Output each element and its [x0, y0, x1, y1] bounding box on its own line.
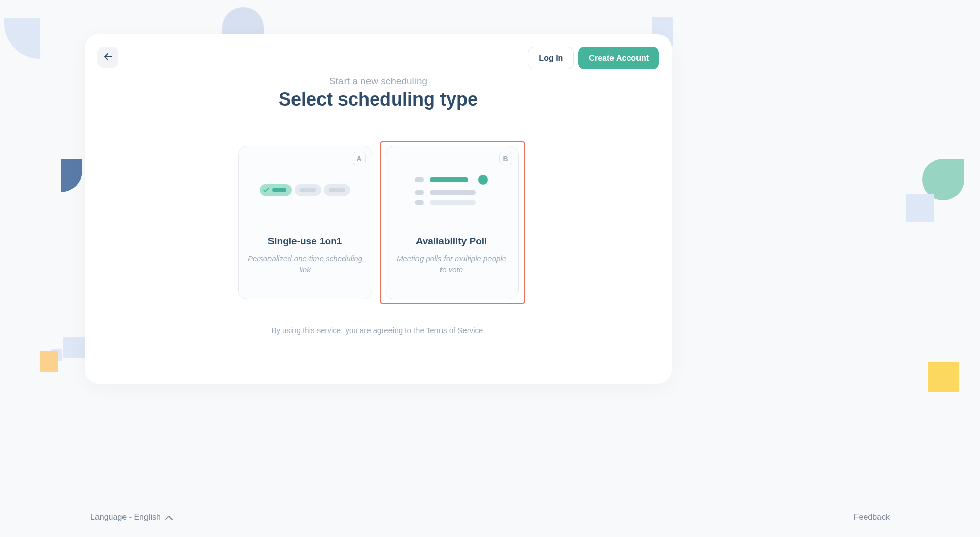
create-account-button[interactable]: Create Account [578, 47, 659, 69]
arrow-left-icon [104, 53, 112, 62]
card-illustration [247, 154, 364, 225]
poll-row-icon [415, 190, 488, 195]
keyboard-shortcut-badge: A [353, 152, 366, 165]
feedback-button[interactable]: Feedback [854, 513, 890, 522]
bg-deco-shape [63, 337, 85, 358]
page-footer: Language - English Feedback [90, 513, 890, 522]
terms-text: By using this service, you are agreeing … [97, 326, 659, 335]
header-actions: Log In Create Account [528, 47, 659, 69]
bg-deco-shape [928, 362, 959, 392]
bg-deco-shape [61, 159, 82, 192]
option-card-single-use[interactable]: A Single-use 1on1 Personalized one-time … [238, 146, 372, 299]
language-selector[interactable]: Language - English [90, 513, 173, 522]
terms-link[interactable]: Terms of Service [426, 326, 483, 335]
pill-icon [295, 184, 321, 196]
main-panel: Log In Create Account Start a new schedu… [85, 34, 672, 384]
card-title: Single-use 1on1 [247, 236, 364, 247]
card-illustration [393, 154, 510, 225]
scheduling-type-cards: A Single-use 1on1 Personalized one-time … [97, 146, 659, 299]
card-title: Availability Poll [393, 236, 510, 247]
keyboard-shortcut-badge: B [499, 152, 512, 165]
poll-row-icon [415, 175, 488, 185]
back-button[interactable] [97, 47, 118, 68]
bg-deco-shape [906, 194, 934, 222]
card-description: Meeting polls for multiple people to vot… [393, 253, 510, 275]
pill-icon [324, 184, 350, 196]
login-button[interactable]: Log In [528, 47, 574, 69]
chevron-up-icon [165, 513, 173, 522]
page-subtitle: Start a new scheduling [97, 75, 659, 87]
pill-selected-icon [260, 184, 292, 196]
poll-row-icon [415, 200, 488, 205]
bg-deco-shape [4, 18, 40, 59]
card-description: Personalized one-time scheduling link [247, 253, 364, 275]
page-title: Select scheduling type [97, 89, 659, 110]
language-label: Language - English [90, 513, 161, 522]
bg-deco-shape [40, 351, 58, 372]
option-card-availability-poll[interactable]: B [385, 146, 519, 299]
